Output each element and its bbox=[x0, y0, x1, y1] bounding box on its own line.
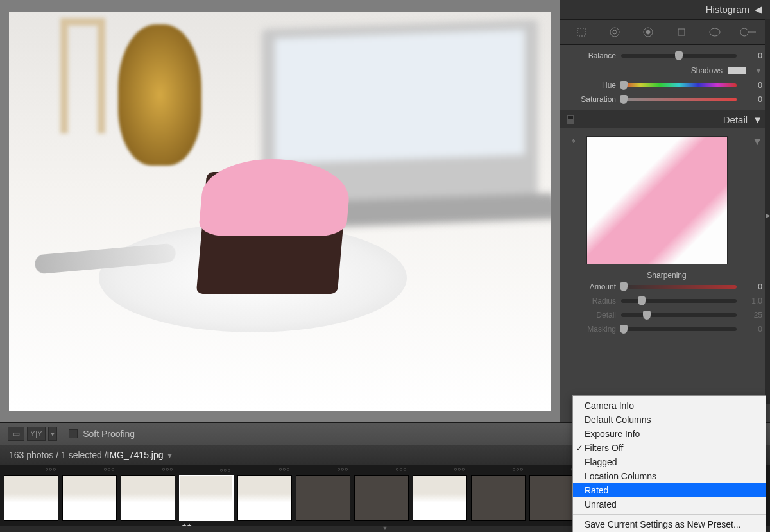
radius-value[interactable]: 1.0 bbox=[743, 296, 762, 305]
shadows-subheader: Shadows ▼ bbox=[571, 63, 762, 78]
balance-value[interactable]: 0 bbox=[743, 51, 762, 60]
hue-value[interactable]: 0 bbox=[743, 81, 762, 90]
main-area: Histogram ◀ Balance 0 Shadows ▼ Hue bbox=[0, 0, 770, 422]
menu-item[interactable]: Exposure Info bbox=[573, 427, 766, 441]
chevron-down-icon[interactable]: ▼ bbox=[755, 66, 762, 75]
histogram-panel-header[interactable]: Histogram ◀ bbox=[560, 0, 770, 19]
sharpening-heading: Sharpening bbox=[571, 271, 762, 280]
saturation-label: Saturation bbox=[571, 95, 621, 104]
soft-proofing-label: Soft Proofing bbox=[83, 429, 135, 439]
menu-label: Flagged bbox=[585, 457, 617, 467]
gradient-tool-icon[interactable] bbox=[669, 23, 694, 41]
loupe-view-button[interactable]: ▭ bbox=[8, 427, 24, 441]
detail-slider[interactable] bbox=[621, 313, 737, 317]
right-panel-expand-rail[interactable] bbox=[765, 19, 770, 404]
menu-label: Location Columns bbox=[585, 471, 656, 481]
spot-tool-icon[interactable] bbox=[603, 23, 627, 41]
detail-panel-header[interactable]: Detail ▼ bbox=[560, 110, 770, 128]
detail-slider-value[interactable]: 25 bbox=[743, 311, 762, 320]
thumbnail[interactable] bbox=[354, 475, 409, 521]
saturation-value[interactable]: 0 bbox=[743, 95, 762, 104]
menu-label: Exposure Info bbox=[585, 429, 640, 439]
breadcrumb[interactable]: 163 photos / 1 selected / IMG_7415.jpg ▾ bbox=[9, 450, 172, 460]
compare-view-button[interactable]: Y|Y bbox=[27, 427, 46, 441]
masking-label: Masking bbox=[571, 325, 621, 334]
amount-label: Amount bbox=[571, 282, 621, 291]
image-viewer[interactable] bbox=[0, 0, 560, 422]
detail-slider-label: Detail bbox=[571, 311, 621, 320]
histogram-title: Histogram bbox=[706, 4, 749, 15]
svg-point-7 bbox=[740, 28, 748, 36]
redeye-tool-icon[interactable] bbox=[636, 23, 660, 41]
menu-item[interactable]: Default Columns bbox=[573, 413, 766, 427]
masking-slider[interactable] bbox=[621, 327, 737, 331]
thumbnail[interactable] bbox=[413, 475, 467, 521]
menu-label: Camera Info bbox=[585, 400, 634, 411]
detail-target-icon[interactable]: ⌖ bbox=[571, 136, 583, 264]
menu-label: Unrated bbox=[585, 499, 617, 510]
view-mode-dropdown[interactable]: ▾ bbox=[48, 427, 57, 441]
menu-label: Save Current Settings as New Preset... bbox=[585, 519, 741, 529]
amount-slider[interactable] bbox=[621, 285, 737, 289]
balance-label: Balance bbox=[571, 51, 621, 60]
balance-slider[interactable] bbox=[621, 54, 737, 58]
svg-rect-5 bbox=[678, 29, 685, 35]
radius-label: Radius bbox=[571, 296, 621, 305]
thumbnail[interactable] bbox=[121, 475, 175, 521]
photo-count-text: 163 photos / 1 selected / bbox=[9, 450, 107, 460]
hue-label: Hue bbox=[571, 81, 621, 90]
svg-point-1 bbox=[610, 28, 619, 37]
amount-value[interactable]: 0 bbox=[743, 282, 762, 291]
shadows-label: Shadows bbox=[691, 66, 723, 75]
radius-slider[interactable] bbox=[621, 299, 737, 303]
radial-tool-icon[interactable] bbox=[703, 23, 727, 41]
check-icon: ✓ bbox=[576, 443, 583, 453]
thumbnail-selected[interactable] bbox=[179, 475, 234, 521]
svg-point-6 bbox=[710, 28, 720, 36]
develop-tool-strip bbox=[560, 19, 770, 45]
svg-rect-0 bbox=[578, 28, 585, 36]
menu-item[interactable]: Rated bbox=[573, 483, 766, 497]
thumbnail[interactable] bbox=[237, 475, 292, 521]
detail-preview-image[interactable] bbox=[586, 136, 728, 264]
thumbnail[interactable] bbox=[62, 475, 117, 521]
current-filename: IMG_7415.jpg bbox=[107, 450, 164, 460]
brush-tool-icon[interactable] bbox=[736, 23, 760, 41]
menu-item[interactable]: ✓Filters Off bbox=[573, 441, 766, 455]
menu-item[interactable]: Location Columns bbox=[573, 469, 766, 483]
thumbnail[interactable] bbox=[471, 475, 526, 521]
menu-label: Default Columns bbox=[585, 415, 651, 425]
menu-label: Rated bbox=[585, 485, 608, 495]
svg-point-2 bbox=[613, 30, 617, 34]
menu-item[interactable]: Camera Info bbox=[573, 399, 766, 413]
chevron-down-icon[interactable]: ▾ bbox=[167, 450, 172, 460]
chevron-down-icon: ▼ bbox=[753, 114, 762, 125]
filter-preset-menu: Camera InfoDefault ColumnsExposure Info✓… bbox=[572, 395, 766, 532]
menu-item[interactable]: Flagged bbox=[573, 455, 766, 469]
menu-item[interactable]: Unrated bbox=[573, 497, 766, 511]
masking-value[interactable]: 0 bbox=[743, 325, 762, 334]
detail-title: Detail bbox=[723, 114, 748, 125]
detail-toggle-icon[interactable] bbox=[567, 115, 574, 124]
saturation-slider[interactable] bbox=[621, 98, 737, 101]
thumbnail[interactable] bbox=[4, 475, 58, 521]
thumbnail[interactable] bbox=[296, 475, 350, 521]
hue-slider[interactable] bbox=[621, 83, 737, 87]
shadows-swatch[interactable] bbox=[728, 67, 746, 74]
preview-photo bbox=[9, 12, 551, 411]
chevron-down-icon[interactable]: ▼ bbox=[752, 136, 762, 264]
crop-tool-icon[interactable] bbox=[569, 23, 594, 41]
menu-label: Filters Off bbox=[585, 443, 623, 453]
svg-point-4 bbox=[646, 30, 650, 34]
menu-item-save-preset[interactable]: Save Current Settings as New Preset... bbox=[573, 517, 766, 531]
soft-proofing-checkbox[interactable] bbox=[69, 429, 78, 438]
right-panel: Histogram ◀ Balance 0 Shadows ▼ Hue bbox=[560, 0, 770, 422]
collapse-left-icon: ◀ bbox=[755, 4, 762, 15]
